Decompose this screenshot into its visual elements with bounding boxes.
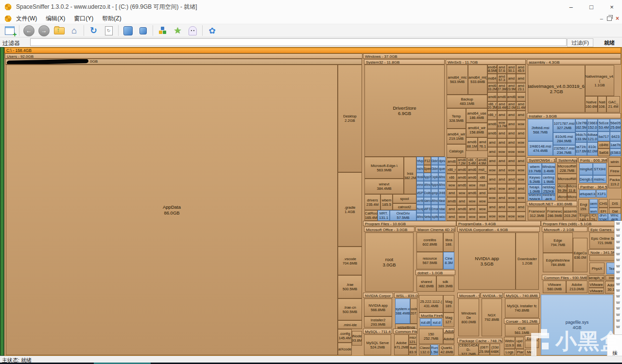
treemap-block[interactable]: amd [516, 74, 526, 83]
treemap-block[interactable]: iNode93.8M [352, 331, 362, 346]
treemap-section-header[interactable]: System32 - 11.8GB [364, 59, 445, 65]
show-free-space-button[interactable]: ★ [170, 25, 185, 37]
treemap-block[interactable]: amd64_mi(533.6MB [468, 65, 487, 95]
treemap-block[interactable]: Netw [424, 213, 431, 221]
treemap-block[interactable]: 810cf6.msi284.9MB [553, 132, 575, 145]
treemap-block[interactable]: NativeImages_v4.0.30319_642.7GB [528, 65, 585, 113]
treemap-block[interactable]: ba717 [598, 132, 610, 141]
treemap-block[interactable]: wseced568KB [528, 194, 542, 200]
treemap-block[interactable]: amd [487, 175, 497, 184]
mdi-minimize-button[interactable]: – [600, 16, 603, 21]
treemap-block[interactable]: STXIHI [593, 163, 606, 175]
treemap-block[interactable]: EdgeCo636.0M [573, 238, 587, 272]
treemap-section-header[interactable]: Mozilla Firefox [419, 313, 443, 318]
treemap-block[interactable]: oem [589, 199, 598, 208]
treemap-block[interactable]: certmg1.9MB [542, 174, 555, 184]
treemap-block[interactable]: MSPI [416, 189, 424, 197]
treemap-block[interactable]: wow [516, 175, 526, 184]
treemap-section-header[interactable]: Program Files (x86) - 5.1GB [541, 221, 622, 226]
treemap-block[interactable]: fhuxp [416, 205, 424, 213]
treemap-block[interactable]: 150252.7MB [419, 329, 443, 344]
treemap-block[interactable]: amd6 [507, 92, 517, 101]
treemap-block[interactable]: amd64 68.5MB [487, 65, 497, 74]
treemap-block[interactable]: QuarkL42.8MB [439, 345, 454, 355]
treemap-block[interactable]: wow [516, 92, 526, 101]
treemap-block[interactable]: amd [507, 120, 517, 129]
treemap-block[interactable]: wow [497, 184, 507, 193]
treemap-block[interactable]: amd 18.4M [497, 101, 507, 111]
refresh-view-button[interactable]: ↻ [101, 25, 116, 37]
treemap-block[interactable]: wow [516, 120, 526, 129]
treemap-block[interactable]: wow [477, 197, 487, 205]
treemap-block[interactable]: amd [507, 129, 517, 138]
treemap-block[interactable]: aiXcode [338, 343, 352, 355]
treemap-block[interactable]: amd [516, 111, 526, 120]
treemap-section-header[interactable]: Installer - 3.6GB [527, 113, 621, 118]
treemap-block[interactable]: wow [516, 193, 526, 202]
treemap-block[interactable]: x86 [447, 174, 457, 182]
treemap-block[interactable]: upd88. [515, 337, 524, 349]
go-up-button[interactable]: ↑ [52, 25, 67, 37]
treemap-block[interactable]: .trae500.5MB [338, 275, 362, 298]
treemap-block[interactable]: Classi132.0 [419, 345, 431, 355]
treemap-block[interactable]: amd6 [467, 174, 477, 182]
treemap-block[interactable]: wow [507, 202, 517, 212]
treemap-section-header[interactable]: ProgramData - 9.4GB [456, 221, 541, 226]
treemap-block[interactable]: amd [507, 111, 517, 120]
treemap-block[interactable]: MicrosoftWi [557, 174, 577, 184]
treemap-block[interactable]: Adobe213.0MB [566, 281, 587, 293]
treemap-block[interactable]: amd6 33.2M [487, 83, 497, 92]
treemap-block[interactable]: 1071787.msi327.2MB [553, 119, 575, 132]
treemap-block[interactable]: flutt83.9 [409, 345, 417, 355]
treemap-block[interactable]: 94dc7c133.9M [575, 132, 587, 142]
treemap-block[interactable]: amd6 [457, 205, 467, 213]
mdi-restore-button[interactable] [607, 17, 612, 21]
treemap-block[interactable]: Narra [424, 197, 431, 205]
treemap-block[interactable]: amd6 [487, 120, 497, 129]
treemap-block[interactable]: .vscode704.6MB [338, 247, 362, 275]
treemap-block[interactable]: Explo [431, 173, 438, 181]
treemap-block[interactable]: Wind [431, 197, 438, 205]
treemap-block[interactable]: amd6 [487, 92, 497, 101]
treemap-block[interactable]: amd [497, 129, 507, 138]
treemap-block[interactable]: amd64_mic563.9MB [447, 65, 468, 95]
treemap-block[interactable]: F12 [424, 157, 431, 165]
treemap-block[interactable]: amd [507, 175, 517, 184]
treemap-block[interactable]: wow [516, 165, 526, 175]
treemap-section-header[interactable]: C:\ - 158.4GB [4, 48, 621, 53]
treemap-block[interactable]: {E5B3 [610, 149, 621, 156]
treemap-block[interactable]: wow [487, 165, 497, 175]
treemap-block[interactable]: amd76.1 [478, 137, 487, 151]
treemap-block[interactable]: Plar [516, 349, 524, 355]
treemap-block[interactable]: d3dx6 [431, 165, 438, 173]
treemap-block[interactable]: amd64_use186.4MB [466, 108, 487, 123]
treemap-block[interactable]: {33d448K [490, 344, 500, 355]
treemap-block[interactable]: x86_r [447, 165, 457, 173]
treemap-section-header[interactable]: Epic - 6 [525, 335, 539, 340]
treemap-block[interactable]: wbem185.5 [380, 194, 393, 210]
treemap-block[interactable]: Me( [525, 349, 535, 355]
treemap-block[interactable]: wow [487, 212, 497, 221]
treemap-block[interactable]: x86_r 5.4M [467, 158, 477, 165]
treemap-block[interactable]: resource567.5MB [416, 252, 443, 269]
treemap-block[interactable]: shared482.6MB [416, 276, 436, 292]
back-button[interactable]: ← [21, 25, 36, 37]
treemap-block[interactable]: amd 23.9M [507, 83, 517, 92]
treemap-block[interactable]: Wind [438, 173, 446, 181]
treemap-section-header[interactable]: WinSxS - 11.7GB [446, 59, 526, 65]
treemap-block[interactable]: wow [467, 197, 477, 205]
treemap-block[interactable]: x86_r 20.3M [487, 101, 497, 111]
treemap-section-header[interactable]: NVIDIA Corpor [363, 293, 393, 298]
treemap-block[interactable]: wow [477, 205, 487, 213]
treemap-block[interactable]: xwiza [438, 213, 446, 221]
treemap-block[interactable]: amd [467, 205, 477, 213]
treemap-block[interactable]: MySQL Installer fc740.8MB [505, 298, 539, 318]
treemap-block[interactable]: {CEB014DA-D-327.2MB [458, 344, 479, 355]
treemap-block[interactable]: Keywo5.2MB [528, 174, 542, 184]
treemap-block[interactable]: tquer [438, 165, 446, 173]
treemap-block[interactable]: amd [477, 189, 487, 197]
treemap-block[interactable]: amd [447, 189, 457, 197]
treemap-section-header[interactable]: SysWOW64 - 1. [527, 157, 556, 163]
treemap-block[interactable]: amd 45.9 [516, 65, 526, 74]
forward-button[interactable]: → [36, 25, 52, 37]
